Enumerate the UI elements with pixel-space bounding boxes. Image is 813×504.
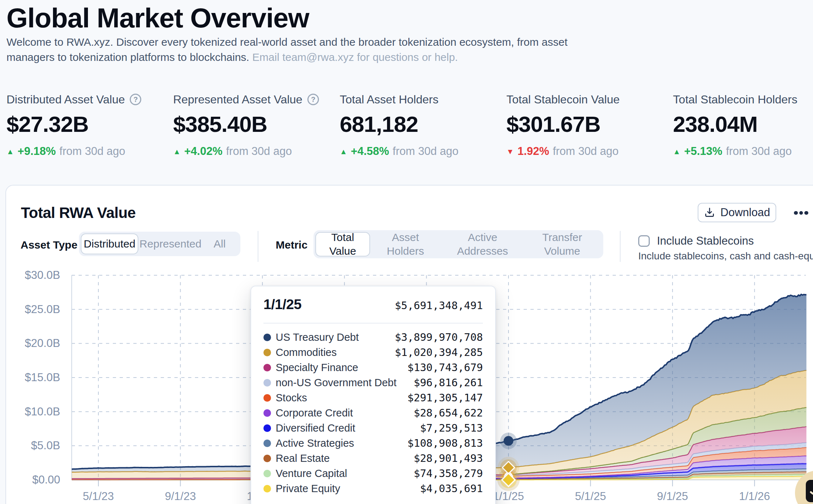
x-axis-tick-label: 9/1/23	[150, 490, 211, 503]
option-label: All	[214, 237, 226, 251]
triangle-up-icon: ▲	[673, 148, 681, 155]
option-label-line2: Holders	[387, 244, 424, 258]
metric-segmented-control: TotalValueAssetHoldersActiveAddressesTra…	[314, 230, 603, 258]
page-subtitle-contact: Email team@rwa.xyz for questions or help…	[252, 51, 458, 63]
tooltip-row-stocks: Stocks$291,305,147	[263, 390, 483, 405]
tooltip-row-private-equity: Private Equity$4,035,691	[263, 481, 483, 496]
option-label: Represented	[139, 237, 201, 251]
series-color-dot	[263, 364, 271, 371]
series-name: Private Equity	[276, 483, 340, 495]
tooltip-date: 1/1/25	[263, 296, 301, 312]
series-value: $130,743,679	[407, 361, 483, 374]
stat-label: Represented Asset Value	[173, 93, 302, 106]
asset-type-option-represented[interactable]: Represented	[138, 232, 203, 256]
series-color-dot	[263, 485, 271, 492]
asset-type-segmented-control: DistributedRepresentedAll	[79, 232, 240, 256]
series-color-dot	[263, 440, 271, 447]
series-value: $28,654,622	[414, 407, 483, 419]
tooltip-row-non-us-government-debt: non-US Government Debt$96,816,261	[263, 375, 483, 390]
tooltip-total-value: $5,691,348,491	[395, 299, 483, 312]
download-button[interactable]: Download	[698, 203, 776, 222]
more-options-button[interactable]	[794, 206, 813, 219]
y-axis-tick-label: $15.0B	[20, 371, 60, 384]
tooltip-rows: US Treasury Debt$3,899,970,708Commoditie…	[263, 330, 483, 496]
stat-value: 681,182	[340, 111, 498, 137]
include-stablecoins-checkbox[interactable]	[638, 235, 650, 247]
stat-total-asset-holders: Total Asset Holders681,182▲+4.58%from 30…	[340, 93, 498, 158]
stat-value: 238.04M	[673, 111, 813, 137]
series-value: $7,259,513	[420, 422, 483, 434]
stat-represented-asset-value: Represented Asset Value?$385.40B▲+4.02%f…	[173, 93, 332, 158]
stat-change-note: from 30d ago	[59, 145, 125, 158]
page-title: Global Market Overview	[6, 2, 309, 34]
series-name: Corporate Credit	[276, 407, 353, 419]
series-color-dot	[263, 334, 271, 341]
help-icon[interactable]: ?	[307, 94, 319, 105]
stat-change: ▲+9.18%from 30d ago	[6, 145, 165, 158]
stat-change-note: from 30d ago	[226, 145, 292, 158]
stat-change: ▲+4.02%from 30d ago	[173, 145, 332, 158]
series-name: Real Estate	[276, 452, 330, 464]
series-color-dot	[263, 455, 271, 462]
stat-change-note: from 30d ago	[393, 145, 459, 158]
tooltip-row-real-estate: Real Estate$28,901,493	[263, 451, 483, 466]
stat-change-percent: +5.13%	[684, 145, 722, 158]
y-axis-tick-label: $30.0B	[20, 269, 60, 282]
tooltip-header: 1/1/25 $5,691,348,491	[263, 296, 483, 314]
stat-change-note: from 30d ago	[726, 145, 792, 158]
asset-type-option-distributed[interactable]: Distributed	[81, 233, 138, 254]
asset-type-option-all[interactable]: All	[203, 232, 237, 256]
stat-total-stablecoin-holders: Total Stablecoin Holders238.04M▲+5.13%fr…	[673, 93, 813, 158]
stat-change-percent: +9.18%	[18, 145, 56, 158]
triangle-up-icon: ▲	[173, 148, 181, 155]
series-value: $74,358,279	[414, 467, 483, 480]
option-label-line2: Value	[329, 244, 356, 258]
include-stablecoins-description: Include stablecoins, cash and cash-equiv…	[638, 250, 813, 262]
stat-value: $27.32B	[6, 111, 165, 137]
controls-divider	[258, 231, 258, 262]
metric-option-active-addresses[interactable]: ActiveAddresses	[441, 230, 524, 258]
tooltip-row-diversified-credit: Diversified Credit$7,259,513	[263, 420, 483, 436]
series-color-dot	[263, 349, 271, 356]
stat-value: $385.40B	[173, 111, 332, 137]
download-icon	[704, 207, 715, 218]
x-axis-tick-label: 9/1/25	[642, 490, 703, 503]
series-color-dot	[263, 394, 271, 402]
stat-label: Total Stablecoin Value	[506, 93, 619, 106]
y-axis-tick-label: $20.0B	[20, 337, 60, 350]
series-name: non-US Government Debt	[276, 377, 396, 389]
stat-change: ▼1.92%from 30d ago	[506, 145, 665, 158]
metric-label: Metric	[276, 239, 307, 251]
series-value: $291,305,147	[407, 392, 483, 404]
option-label-line1: Asset	[392, 231, 419, 244]
series-name: Specialty Finance	[276, 362, 358, 374]
stat-change-percent: 1.92%	[517, 145, 549, 158]
card-title: Total RWA Value	[21, 204, 136, 222]
series-name: Venture Capital	[276, 468, 347, 480]
intercom-launcher[interactable]	[792, 470, 813, 504]
include-stablecoins-label: Include Stablecoins	[657, 235, 754, 247]
option-label-line1: Transfer	[542, 231, 582, 244]
stat-change-percent: +4.58%	[351, 145, 389, 158]
tooltip-row-venture-capital: Venture Capital$74,358,279	[263, 466, 483, 481]
triangle-down-icon: ▼	[506, 148, 514, 155]
metric-option-transfer-volume[interactable]: TransferVolume	[524, 230, 600, 258]
series-color-dot	[263, 379, 271, 387]
metric-option-total-value[interactable]: TotalValue	[315, 232, 370, 257]
tooltip-row-specialty-finance: Specialty Finance$130,743,679	[263, 360, 483, 375]
stat-label: Distributed Asset Value	[6, 93, 125, 106]
stat-change-note: from 30d ago	[553, 145, 619, 158]
y-axis-tick-label: $25.0B	[20, 303, 60, 316]
series-color-dot	[263, 424, 271, 432]
stat-value: $301.67B	[506, 111, 665, 137]
page-subtitle: Welcome to RWA.xyz. Discover every token…	[6, 35, 579, 65]
download-label: Download	[720, 206, 770, 219]
series-name: US Treasury Debt	[276, 331, 359, 343]
option-label: Distributed	[84, 237, 135, 251]
help-icon[interactable]: ?	[130, 94, 141, 105]
tooltip-row-commodities: Commodities$1,020,394,285	[263, 345, 483, 360]
x-axis-tick-label: 1/1/26	[724, 490, 785, 503]
metric-option-asset-holders[interactable]: AssetHolders	[370, 230, 441, 258]
stat-change: ▲+4.58%from 30d ago	[340, 145, 498, 158]
option-label-line1: Active	[468, 231, 497, 244]
